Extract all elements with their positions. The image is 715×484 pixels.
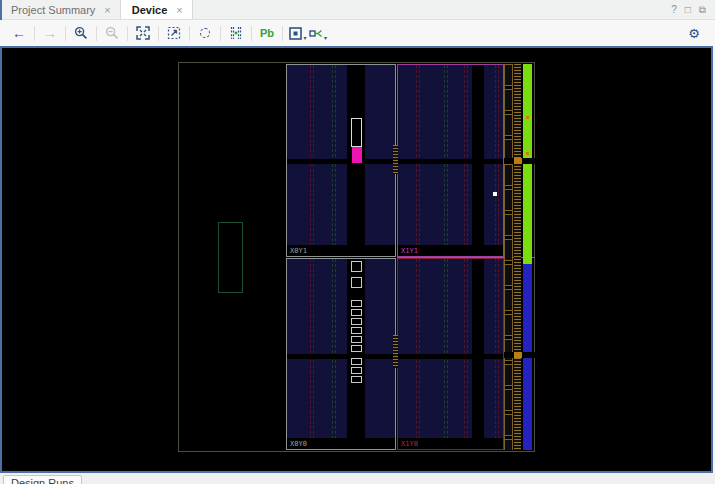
zoom-fit-button[interactable] <box>133 24 153 42</box>
hclk-gold-tile <box>514 352 522 358</box>
clock-region-x1y0[interactable]: X1Y0 <box>397 258 504 450</box>
toolbar-separator <box>282 26 283 41</box>
bottom-panel-bar: Design Runs <box>0 473 715 484</box>
hclk-row <box>287 354 395 359</box>
clock-site-marker <box>526 116 529 119</box>
region-label: X0Y0 <box>287 440 307 448</box>
selected-site-outline[interactable] <box>351 118 362 147</box>
hclk-gold-tile <box>514 158 522 164</box>
draw-pblock-icon: Pb <box>260 27 274 39</box>
panel-window-controls: ? □ ⧉ <box>671 0 715 19</box>
show-connectivity-button[interactable]: ▾ <box>308 24 328 42</box>
hclk-row <box>398 159 503 164</box>
region-label-band: X0Y1 <box>287 245 395 256</box>
dropdown-caret-icon: ▾ <box>303 34 306 41</box>
site-outline[interactable] <box>351 300 362 307</box>
autofit-selection-button[interactable] <box>195 24 215 42</box>
routing-resources-icon <box>229 26 243 40</box>
settings-gear-icon[interactable]: ⚙ <box>685 24 703 42</box>
routing-resources-button[interactable] <box>226 24 246 42</box>
region-label-band: X0Y0 <box>287 438 395 449</box>
close-icon[interactable]: × <box>104 4 110 16</box>
autofit-selection-icon <box>200 28 210 38</box>
zoom-out-icon <box>105 26 119 40</box>
region-label: X1Y0 <box>398 440 418 448</box>
zoom-in-icon <box>74 26 88 40</box>
region-label: X0Y1 <box>287 247 307 255</box>
hclk-row <box>398 354 503 359</box>
tab-device[interactable]: Device × <box>121 0 193 19</box>
clock-buffer-column-green <box>523 64 532 264</box>
region-label: X1Y1 <box>398 247 418 255</box>
toolbar-separator <box>127 26 128 41</box>
zoom-fit-icon <box>136 26 150 40</box>
site-outline[interactable] <box>351 358 362 365</box>
empty-site-rect <box>218 222 243 293</box>
tab-device-label: Device <box>132 4 167 16</box>
site-outline[interactable] <box>351 277 362 288</box>
zoom-out-button[interactable] <box>102 24 122 42</box>
zoom-in-button[interactable] <box>71 24 91 42</box>
toolbar-separator <box>34 26 35 41</box>
editor-tab-bar: Project Summary × Device × ? □ ⧉ <box>0 0 715 20</box>
clock-region-x1y1[interactable]: X1Y1 <box>397 64 504 257</box>
site-outline[interactable] <box>351 327 362 334</box>
clock-region-x0y0[interactable]: X0Y0 <box>286 258 396 450</box>
site-outline[interactable] <box>351 336 362 343</box>
back-arrow-icon: ← <box>12 26 26 40</box>
region-label-band: X1Y0 <box>398 438 503 449</box>
region-label-band: X1Y1 <box>398 245 503 256</box>
config-column <box>393 145 398 174</box>
site-outline[interactable] <box>351 367 362 374</box>
site-outline[interactable] <box>351 345 362 352</box>
focus-accent-bar <box>0 0 2 20</box>
toolbar-separator <box>65 26 66 41</box>
gear-glyph: ⚙ <box>688 26 700 41</box>
dropdown-caret-icon: ▾ <box>324 34 327 41</box>
tab-project-summary-label: Project Summary <box>11 4 95 16</box>
maximize-window-icon[interactable]: ⧉ <box>699 4 706 16</box>
site-outline[interactable] <box>351 318 362 325</box>
toolbar-separator <box>158 26 159 41</box>
help-icon[interactable]: ? <box>671 4 677 15</box>
io-pad-column <box>514 64 521 450</box>
io-bank-column <box>504 64 513 450</box>
device-canvas[interactable]: X0Y1 X1Y1 X0Y0 X1Y0 <box>0 46 713 473</box>
toolbar-separator <box>189 26 190 41</box>
forward-button[interactable]: → <box>40 24 60 42</box>
mouse-cursor-dot <box>493 192 497 196</box>
draw-pblock-button[interactable]: Pb <box>257 24 277 42</box>
toolbar-separator <box>220 26 221 41</box>
zoom-to-selection-icon <box>167 26 181 40</box>
zoom-to-selection-button[interactable] <box>164 24 184 42</box>
device-toolbar: ← → <box>0 20 715 46</box>
toolbar-separator <box>96 26 97 41</box>
site-outline[interactable] <box>351 376 362 383</box>
show-connectivity-icon <box>309 27 323 40</box>
close-icon[interactable]: × <box>176 4 182 16</box>
back-button[interactable]: ← <box>9 24 29 42</box>
tab-project-summary[interactable]: Project Summary × <box>0 0 121 19</box>
cell-draw-mode-button[interactable]: ▾ <box>288 24 308 42</box>
selected-cell-magenta[interactable] <box>352 147 362 163</box>
cell-draw-mode-icon <box>289 27 302 40</box>
clock-site-marker <box>526 152 529 155</box>
site-outline[interactable] <box>351 261 362 272</box>
forward-arrow-icon: → <box>43 26 57 40</box>
float-window-icon[interactable]: □ <box>685 4 691 15</box>
hclk-row <box>287 159 395 164</box>
site-outline[interactable] <box>351 309 362 316</box>
toolbar-separator <box>251 26 252 41</box>
design-runs-label: Design Runs <box>11 477 74 484</box>
clock-region-x0y1[interactable]: X0Y1 <box>286 64 396 257</box>
config-column <box>393 335 398 368</box>
tab-design-runs[interactable]: Design Runs <box>3 475 82 484</box>
